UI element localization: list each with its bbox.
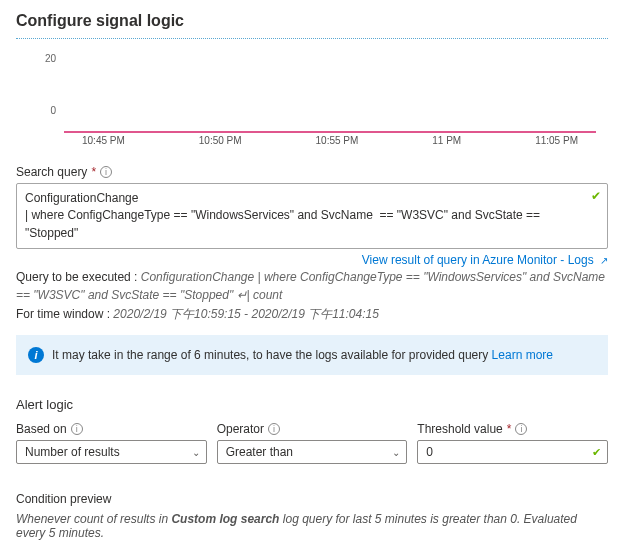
label-text: Search query xyxy=(16,165,87,179)
select-value: Number of results xyxy=(25,445,120,459)
operator-select[interactable]: Greater than ⌄ xyxy=(217,440,408,464)
cond-prefix: Whenever count of results in xyxy=(16,512,171,526)
operator-label: Operator i xyxy=(217,422,408,436)
query-text: ConfigurationChange | where ConfigChange… xyxy=(25,191,543,240)
info-icon[interactable]: i xyxy=(268,423,280,435)
x-tick: 10:50 PM xyxy=(199,135,242,155)
chevron-down-icon: ⌄ xyxy=(392,447,400,458)
exec-prefix: Query to be executed : xyxy=(16,270,141,284)
x-axis: 10:45 PM 10:50 PM 10:55 PM 11 PM 11:05 P… xyxy=(64,135,596,155)
time-window: For time window : 2020/2/19 下午10:59:15 -… xyxy=(16,306,608,323)
required-star-icon: * xyxy=(507,422,512,436)
x-tick: 11 PM xyxy=(432,135,461,155)
valid-check-icon: ✔ xyxy=(591,188,601,205)
threshold-label: Threshold value * i xyxy=(417,422,608,436)
chart: 20 0 10:45 PM 10:50 PM 10:55 PM 11 PM 11… xyxy=(28,45,596,155)
based-on-label: Based on i xyxy=(16,422,207,436)
page-title: Configure signal logic xyxy=(16,12,608,30)
plot-area xyxy=(64,45,596,133)
info-icon: i xyxy=(28,347,44,363)
x-tick: 10:45 PM xyxy=(82,135,125,155)
label-text: Based on xyxy=(16,422,67,436)
condition-preview-text: Whenever count of results in Custom log … xyxy=(16,512,608,540)
divider xyxy=(16,38,608,39)
condition-preview-heading: Condition preview xyxy=(16,492,608,506)
valid-check-icon: ✔ xyxy=(592,446,601,459)
search-query-input[interactable]: ConfigurationChange | where ConfigChange… xyxy=(16,183,608,249)
info-icon[interactable]: i xyxy=(100,166,112,178)
info-icon[interactable]: i xyxy=(71,423,83,435)
label-text: Operator xyxy=(217,422,264,436)
info-banner: i It may take in the range of 6 minutes,… xyxy=(16,335,608,375)
info-icon[interactable]: i xyxy=(515,423,527,435)
query-to-execute: Query to be executed : ConfigurationChan… xyxy=(16,269,608,304)
chevron-down-icon: ⌄ xyxy=(192,447,200,458)
chart-line xyxy=(64,131,596,133)
link-text: View result of query in Azure Monitor - … xyxy=(362,253,594,267)
view-result-link[interactable]: View result of query in Azure Monitor - … xyxy=(362,253,608,267)
input-value: 0 xyxy=(426,445,433,459)
x-tick: 11:05 PM xyxy=(535,135,578,155)
based-on-select[interactable]: Number of results ⌄ xyxy=(16,440,207,464)
required-star-icon: * xyxy=(91,165,96,179)
x-tick: 10:55 PM xyxy=(316,135,359,155)
cond-bold: Custom log search xyxy=(171,512,279,526)
info-banner-text: It may take in the range of 6 minutes, t… xyxy=(52,348,488,362)
alert-logic-heading: Alert logic xyxy=(16,397,608,412)
y-tick: 20 xyxy=(32,53,56,64)
y-tick: 0 xyxy=(32,105,56,116)
time-window-value: 2020/2/19 下午10:59:15 - 2020/2/19 下午11:04… xyxy=(113,307,379,321)
external-link-icon: ↗ xyxy=(600,255,608,266)
select-value: Greater than xyxy=(226,445,293,459)
threshold-input[interactable]: 0 ✔ xyxy=(417,440,608,464)
learn-more-link[interactable]: Learn more xyxy=(492,348,553,362)
time-window-prefix: For time window : xyxy=(16,307,113,321)
search-query-label: Search query * i xyxy=(16,165,608,179)
alert-logic-row: Based on i Number of results ⌄ Operator … xyxy=(16,422,608,464)
label-text: Threshold value xyxy=(417,422,502,436)
